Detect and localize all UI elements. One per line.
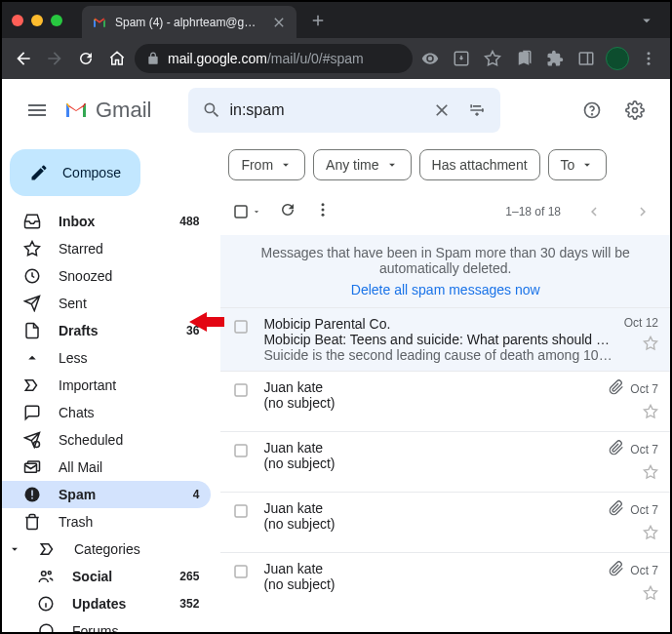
next-page-button[interactable] xyxy=(627,196,658,227)
url-text: mail.google.com/mail/u/0/#spam xyxy=(168,51,364,66)
attachment-icon xyxy=(609,500,624,519)
more-menu-icon[interactable] xyxy=(314,201,332,222)
attachment-icon xyxy=(609,561,624,579)
gmail-logo-text: Gmail xyxy=(96,98,151,123)
tab-title: Spam (4) - alphrteam@gmail.c xyxy=(115,16,263,29)
sidebar-item-drafts[interactable]: Drafts36 xyxy=(2,317,211,344)
sidebar-item-snoozed[interactable]: Snoozed xyxy=(2,262,211,290)
message-row[interactable]: Mobicip Parental Co.Mobicip Beat: Teens … xyxy=(220,307,670,371)
sidebar-item-important[interactable]: Important xyxy=(2,372,211,399)
maximize-window-button[interactable] xyxy=(51,15,62,26)
star-button[interactable] xyxy=(643,525,658,544)
message-subject: (no subject) xyxy=(263,576,597,592)
trash-icon xyxy=(23,513,43,531)
support-icon[interactable] xyxy=(573,91,612,130)
refresh-button[interactable] xyxy=(279,201,296,222)
sidebar-item-social[interactable]: Social265 xyxy=(2,563,211,590)
clear-search-icon[interactable] xyxy=(424,91,459,130)
sidebar-item-less[interactable]: Less xyxy=(2,344,211,372)
message-subject: (no subject) xyxy=(263,516,597,532)
message-list: Mobicip Parental Co.Mobicip Beat: Teens … xyxy=(220,307,670,613)
extension-badge[interactable] xyxy=(604,45,631,72)
svg-rect-20 xyxy=(235,206,247,218)
filter-attachment[interactable]: Has attachment xyxy=(419,149,540,180)
bookmarks-icon[interactable] xyxy=(510,45,537,72)
sidebar-item-categories[interactable]: Categories xyxy=(2,535,211,563)
filter-anytime[interactable]: Any time xyxy=(313,149,411,180)
star-button[interactable] xyxy=(643,336,658,355)
star-button[interactable] xyxy=(643,404,658,423)
message-row[interactable]: Juan kate(no subject)Oct 7 xyxy=(220,371,670,431)
svg-point-15 xyxy=(42,572,47,576)
chat-icon xyxy=(23,404,43,421)
star-button[interactable] xyxy=(643,585,658,605)
message-sender: Juan kate xyxy=(263,440,597,456)
forward-button[interactable] xyxy=(41,45,68,72)
home-button[interactable] xyxy=(103,45,131,72)
reload-button[interactable] xyxy=(72,45,99,72)
star-button[interactable] xyxy=(643,464,658,484)
message-checkbox[interactable] xyxy=(232,379,252,423)
filter-to[interactable]: To xyxy=(548,149,608,180)
svg-point-23 xyxy=(322,214,325,217)
main-content: From Any time Has attachment To 1–18 of … xyxy=(220,141,670,632)
extensions-icon[interactable] xyxy=(541,45,569,72)
sidebar-item-forums[interactable]: Forums xyxy=(2,617,211,634)
sidebar-item-scheduled[interactable]: Scheduled xyxy=(2,426,211,454)
sidebar-item-chats[interactable]: Chats xyxy=(2,399,211,426)
message-row[interactable]: Juan kate(no subject)Oct 7 xyxy=(220,552,670,613)
sidebar-item-inbox[interactable]: Inbox488 xyxy=(2,208,211,235)
message-date: Oct 7 xyxy=(609,561,658,579)
new-tab-button[interactable] xyxy=(304,7,332,34)
prev-page-button[interactable] xyxy=(578,196,610,227)
tabs-dropdown-button[interactable] xyxy=(633,7,660,34)
browser-menu-icon[interactable] xyxy=(635,45,662,72)
message-row[interactable]: Juan kate(no subject)Oct 7 xyxy=(220,492,670,552)
gmail-logo[interactable]: Gmail xyxy=(64,98,151,123)
window-controls xyxy=(12,15,62,26)
compose-button[interactable]: Compose xyxy=(10,149,140,196)
star-icon xyxy=(23,240,43,258)
eye-icon[interactable] xyxy=(416,45,444,72)
search-input[interactable] xyxy=(229,101,424,119)
delete-all-spam-link[interactable]: Delete all spam messages now xyxy=(230,282,660,297)
message-checkbox[interactable] xyxy=(232,316,252,363)
sidepanel-icon[interactable] xyxy=(573,45,600,72)
spam-notice: Messages that have been in Spam more tha… xyxy=(220,235,670,307)
message-checkbox[interactable] xyxy=(232,500,252,544)
sidebar-item-trash[interactable]: Trash xyxy=(2,508,211,535)
settings-icon[interactable] xyxy=(615,91,654,130)
back-button[interactable] xyxy=(10,45,37,72)
search-icon[interactable] xyxy=(194,91,229,130)
categories-icon xyxy=(39,540,59,558)
attachment-icon xyxy=(609,440,624,458)
sidebar-item-starred[interactable]: Starred xyxy=(2,235,211,262)
sidebar-item-updates[interactable]: Updates352 xyxy=(2,590,211,617)
search-options-icon[interactable] xyxy=(459,91,494,130)
svg-rect-28 xyxy=(235,566,247,577)
minimize-window-button[interactable] xyxy=(31,15,43,26)
filter-from[interactable]: From xyxy=(228,149,305,180)
file-icon xyxy=(23,322,43,339)
message-checkbox[interactable] xyxy=(232,561,252,605)
bookmark-star-icon[interactable] xyxy=(479,45,506,72)
mail-stack-icon xyxy=(23,458,43,476)
address-bar[interactable]: mail.google.com/mail/u/0/#spam xyxy=(135,44,413,73)
info-icon xyxy=(37,595,57,613)
browser-tab[interactable]: Spam (4) - alphrteam@gmail.c xyxy=(82,6,296,38)
message-checkbox[interactable] xyxy=(232,440,252,484)
sidebar-item-allmail[interactable]: All Mail xyxy=(2,454,211,481)
close-tab-icon[interactable] xyxy=(271,15,287,30)
sidebar-item-sent[interactable]: Sent xyxy=(2,290,211,317)
message-date: Oct 7 xyxy=(609,440,658,458)
message-date: Oct 7 xyxy=(609,379,658,398)
message-subject: Mobicip Beat: Teens and suicide: What pa… xyxy=(263,332,612,347)
main-menu-button[interactable] xyxy=(18,91,57,130)
caret-down-icon xyxy=(8,542,21,556)
message-row[interactable]: Juan kate(no subject)Oct 7 xyxy=(220,431,670,492)
select-all-checkbox[interactable] xyxy=(232,203,261,220)
clock-icon xyxy=(23,267,43,285)
install-icon[interactable] xyxy=(448,45,475,72)
close-window-button[interactable] xyxy=(12,15,23,26)
sidebar-item-spam[interactable]: Spam4 xyxy=(2,481,211,508)
